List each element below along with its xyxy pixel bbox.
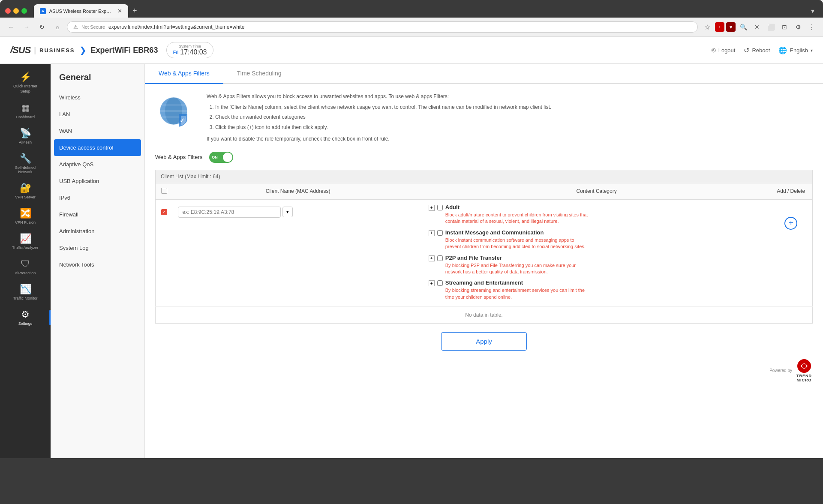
- minimize-btn[interactable]: [13, 8, 19, 14]
- expand-instant-btn[interactable]: +: [429, 230, 435, 236]
- checkbox-p2p[interactable]: [437, 255, 443, 261]
- nav-item-system-log[interactable]: System Log: [51, 240, 144, 256]
- category-instant-desc: Block instant communication software and…: [445, 237, 591, 250]
- row-checkbox-cell: ✓: [156, 199, 173, 306]
- category-instant-message: + Instant Message and Communication Bloc…: [429, 229, 765, 250]
- brand-model: ExpertWiFi EBR63: [91, 46, 158, 55]
- apply-btn[interactable]: Apply: [441, 332, 527, 351]
- info-step-1: In the [Clients Name] column, select the…: [215, 103, 813, 111]
- category-adult-desc: Block adult/mature content to prevent ch…: [445, 212, 591, 225]
- col-content-category: Content Category: [424, 183, 770, 199]
- nav-item-wan[interactable]: WAN: [51, 123, 144, 139]
- home-btn[interactable]: ⌂: [51, 21, 63, 33]
- content-area: ✓ Web & Apps Filters allows you to block…: [145, 84, 823, 398]
- maximize-btn[interactable]: [21, 8, 27, 14]
- back-btn[interactable]: ←: [5, 21, 17, 33]
- trend-micro-section: Powered by TREND MICRO: [155, 355, 813, 389]
- sidebar-label-self-defined: Self-definedNetwork: [15, 165, 36, 174]
- header-actions: ⎋ Logout ↺ Reboot 🌐 English ▾: [712, 46, 813, 54]
- close-btn[interactable]: [5, 8, 11, 14]
- ext-shield-icon[interactable]: ♥: [726, 22, 736, 32]
- add-rule-btn[interactable]: +: [784, 217, 797, 230]
- expand-p2p-btn[interactable]: +: [429, 255, 435, 261]
- sidebar-item-aiprotection[interactable]: 🛡 AiProtection: [0, 254, 51, 279]
- refresh-btn[interactable]: ↻: [36, 21, 48, 33]
- address-bar[interactable]: ⚠ Not Secure expertwifi.net/index.html?u…: [67, 21, 698, 33]
- category-p2p-title: P2P and File Transfer: [445, 255, 502, 261]
- expand-streaming-btn[interactable]: +: [429, 280, 435, 286]
- tab-time-scheduling[interactable]: Time Scheduling: [223, 64, 295, 84]
- sidebar-item-traffic-analyzer[interactable]: 📈 Traffic Analyzer: [0, 229, 51, 254]
- brand: /SUS | BUSINESS ❯ ExpertWiFi EBR63 Syste…: [10, 42, 213, 58]
- category-adult-title: Adult: [445, 204, 460, 210]
- ext-window-icon[interactable]: ⬜: [765, 21, 777, 33]
- nav-item-adaptive-qos[interactable]: Adaptive QoS: [51, 156, 144, 173]
- info-step-2: Check the unwanted content categories: [215, 113, 813, 121]
- sidebar-item-vpn-server[interactable]: 🔐 VPN Server: [0, 178, 51, 204]
- checkbox-adult[interactable]: [437, 205, 443, 210]
- ext-profile-icon[interactable]: ⊡: [778, 21, 790, 33]
- trend-micro-icon: [796, 358, 813, 374]
- row-mac-cell: ▾: [173, 199, 424, 306]
- sidebar-item-dashboard[interactable]: ▦ Dashboard: [0, 98, 51, 123]
- nav-item-usb-application[interactable]: USB Application: [51, 173, 144, 189]
- trend-micro-logo: TREND MICRO: [796, 358, 813, 382]
- powered-by-text: Powered by: [769, 368, 792, 373]
- system-time-value: 17:40:03: [180, 48, 207, 56]
- url-text: expertwifi.net/index.html?url=settings&c…: [108, 24, 691, 30]
- client-list-header: Client List (Max Limit : 64): [155, 170, 813, 183]
- bookmark-icon[interactable]: ☆: [701, 21, 713, 33]
- language-label: English: [790, 47, 808, 54]
- tab-title: ASUS Wireless Router Exper...: [49, 9, 113, 14]
- language-selector[interactable]: 🌐 English ▾: [778, 46, 813, 54]
- nav-item-lan[interactable]: LAN: [51, 106, 144, 123]
- nav-item-firewall[interactable]: Firewall: [51, 206, 144, 223]
- ext-asus-icon[interactable]: 1: [715, 22, 724, 32]
- sidebar-item-traffic-monitor[interactable]: 📉 Traffic Monitor: [0, 279, 51, 305]
- sidebar-item-vpn-fusion[interactable]: 🔀 VPN Fusion: [0, 204, 51, 229]
- ext-search-icon[interactable]: 🔍: [737, 21, 749, 33]
- nav-item-device-access-control[interactable]: Device access control: [54, 139, 141, 156]
- nav-item-ipv6[interactable]: IPv6: [51, 189, 144, 206]
- sidebar-item-self-defined[interactable]: 🔧 Self-definedNetwork: [0, 149, 51, 178]
- col-client-name: Client Name (MAC Address): [173, 183, 424, 199]
- sidebar-item-aimesh[interactable]: 📡 AiMesh: [0, 123, 51, 149]
- quick-internet-icon: ⚡: [20, 72, 31, 83]
- system-time-day: Fri: [173, 50, 178, 55]
- checkbox-streaming[interactable]: [437, 280, 443, 286]
- ext-cancel-icon[interactable]: ✕: [751, 21, 763, 33]
- main-content: Web & Apps Filters Time Scheduling: [145, 64, 823, 458]
- svg-text:✓: ✓: [180, 117, 185, 124]
- filter-toggle[interactable]: ON: [209, 152, 233, 163]
- row-checkbox[interactable]: ✓: [161, 209, 167, 215]
- new-tab-btn[interactable]: +: [128, 5, 141, 17]
- nav-item-network-tools[interactable]: Network Tools: [51, 256, 144, 273]
- traffic-monitor-icon: 📉: [20, 284, 31, 295]
- category-p2p: + P2P and File Transfer By blocking P2P …: [429, 255, 765, 276]
- nav-item-administration[interactable]: Administration: [51, 223, 144, 240]
- mac-dropdown-btn[interactable]: ▾: [282, 207, 293, 217]
- header-checkbox[interactable]: [161, 188, 167, 194]
- left-nav-title: General: [51, 72, 144, 89]
- sidebar-item-settings[interactable]: ⚙ Settings: [0, 305, 51, 330]
- info-text: Web & Apps Filters allows you to block a…: [207, 93, 813, 143]
- app-window: /SUS | BUSINESS ❯ ExpertWiFi EBR63 Syste…: [0, 37, 823, 458]
- checkbox-instant-message[interactable]: [437, 230, 443, 236]
- brand-logo: /SUS: [10, 45, 30, 56]
- browser-tab[interactable]: A ASUS Wireless Router Exper... ✕: [34, 4, 128, 18]
- micro-brand-text: MICRO: [796, 378, 812, 382]
- ext-settings-icon[interactable]: ⚙: [792, 21, 804, 33]
- tab-close-icon[interactable]: ✕: [117, 8, 122, 14]
- expand-adult-btn[interactable]: +: [429, 205, 435, 211]
- mac-address-input[interactable]: [178, 207, 281, 218]
- nav-item-wireless[interactable]: Wireless: [51, 89, 144, 106]
- sidebar-item-quick-internet[interactable]: ⚡ Quick InternetSetup: [0, 67, 51, 98]
- tab-web-apps-filters[interactable]: Web & Apps Filters: [145, 64, 223, 84]
- sidebar-label-aiprotection: AiProtection: [15, 271, 36, 275]
- tab-dropdown[interactable]: ▾: [808, 5, 818, 17]
- sidebar-label-quick: Quick InternetSetup: [13, 84, 37, 94]
- reboot-btn[interactable]: ↺ Reboot: [744, 46, 770, 54]
- toggle-on-text: ON: [212, 155, 218, 159]
- more-menu-icon[interactable]: ⋮: [806, 21, 818, 33]
- logout-btn[interactable]: ⎋ Logout: [712, 46, 736, 54]
